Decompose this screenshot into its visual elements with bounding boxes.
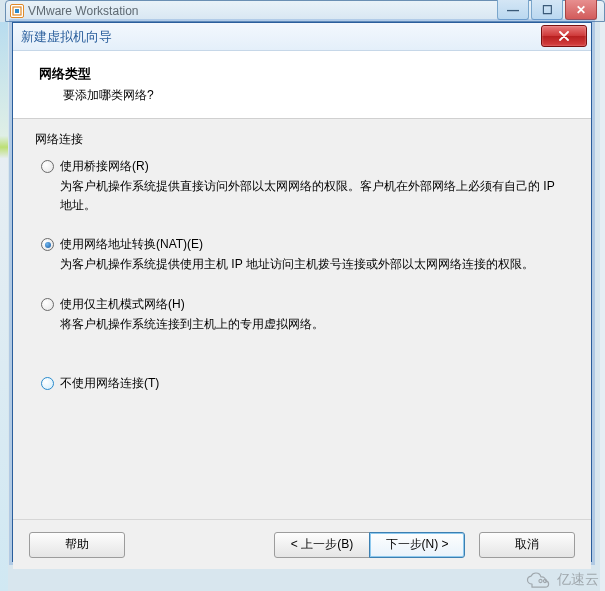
radio-desc: 为客户机操作系统提供直接访问外部以太网网络的权限。客户机在外部网络上必须有自己的… <box>60 177 569 214</box>
radio-desc: 将客户机操作系统连接到主机上的专用虚拟网络。 <box>60 315 569 334</box>
back-button[interactable]: < 上一步(B) <box>274 532 370 558</box>
watermark-text: 亿速云 <box>557 571 599 589</box>
background-sliver-left <box>0 22 8 591</box>
radio-desc: 为客户机操作系统提供使用主机 IP 地址访问主机拨号连接或外部以太网网络连接的权… <box>60 255 569 274</box>
radio-option-bridged[interactable]: 使用桥接网络(R) 为客户机操作系统提供直接访问外部以太网网络的权限。客户机在外… <box>41 158 569 214</box>
wizard-header-subtitle: 要添加哪类网络? <box>63 87 565 104</box>
svg-point-2 <box>539 579 542 582</box>
wizard-titlebar[interactable]: 新建虚拟机向导 <box>13 23 591 51</box>
parent-minimize-button[interactable]: — <box>497 0 529 20</box>
help-button[interactable]: 帮助 <box>29 532 125 558</box>
watermark: 亿速云 <box>525 571 599 589</box>
radio-icon <box>41 298 54 311</box>
radio-icon <box>41 160 54 173</box>
radio-label: 使用仅主机模式网络(H) <box>60 296 569 313</box>
parent-window-title: VMware Workstation <box>28 4 138 18</box>
vmware-app-icon <box>10 4 24 18</box>
parent-maximize-button[interactable]: ☐ <box>531 0 563 20</box>
nav-button-group: < 上一步(B) 下一步(N) > <box>274 532 465 558</box>
cloud-icon <box>525 572 553 588</box>
radio-label: 使用桥接网络(R) <box>60 158 569 175</box>
background-sliver-right <box>600 22 605 591</box>
radio-option-nat[interactable]: 使用网络地址转换(NAT)(E) 为客户机操作系统提供使用主机 IP 地址访问主… <box>41 236 569 274</box>
radio-icon <box>41 238 54 251</box>
group-label-network: 网络连接 <box>35 131 569 148</box>
wizard-dialog: 新建虚拟机向导 网络类型 要添加哪类网络? 网络连接 使用桥接网络(R) 为客户… <box>12 22 592 562</box>
parent-window-controls: — ☐ ✕ <box>495 0 597 20</box>
wizard-close-button[interactable] <box>541 25 587 47</box>
radio-label: 不使用网络连接(T) <box>60 375 569 392</box>
next-button[interactable]: 下一步(N) > <box>369 532 465 558</box>
radio-option-hostonly[interactable]: 使用仅主机模式网络(H) 将客户机操作系统连接到主机上的专用虚拟网络。 <box>41 296 569 334</box>
wizard-title: 新建虚拟机向导 <box>21 28 112 46</box>
cancel-button[interactable]: 取消 <box>479 532 575 558</box>
svg-rect-1 <box>15 9 19 13</box>
wizard-header: 网络类型 要添加哪类网络? <box>13 51 591 119</box>
radio-label: 使用网络地址转换(NAT)(E) <box>60 236 569 253</box>
radio-icon <box>41 377 54 390</box>
wizard-footer: 帮助 < 上一步(B) 下一步(N) > 取消 <box>13 519 591 569</box>
wizard-body: 网络连接 使用桥接网络(R) 为客户机操作系统提供直接访问外部以太网网络的权限。… <box>13 119 591 519</box>
radio-option-nonet[interactable]: 不使用网络连接(T) <box>41 375 569 392</box>
wizard-header-title: 网络类型 <box>39 65 565 83</box>
parent-close-button[interactable]: ✕ <box>565 0 597 20</box>
